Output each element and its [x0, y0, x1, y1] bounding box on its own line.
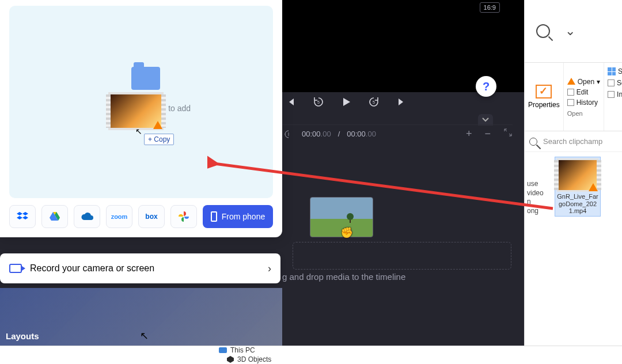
3d-objects-icon [227, 356, 234, 363]
edit-icon [567, 89, 574, 96]
source-google-photos[interactable] [170, 205, 197, 228]
mouse-cursor-icon: ↖ [140, 329, 149, 342]
record-camera-screen-button[interactable]: Record your camera or screen › [0, 253, 280, 283]
source-zoom[interactable]: zoom [106, 205, 132, 228]
chevron-down-icon [482, 117, 489, 122]
grab-cursor-icon: ✊ [340, 226, 353, 239]
ribbon-properties-label: Properties [528, 101, 560, 109]
fit-timeline-button[interactable] [503, 128, 513, 140]
time-total: 00:00.00 [347, 130, 376, 138]
select-all-icon [608, 67, 616, 75]
ribbon-select-group: Sele Sele Inve [604, 63, 622, 131]
file-grid: use video n ong GnR_Live_FargoDome_2021.… [525, 152, 622, 221]
search-icon [529, 138, 537, 146]
explorer-ribbon: Properties Open ▾ Edit History Open Sele… [525, 62, 622, 131]
chevron-down-icon[interactable]: ⌄ [565, 24, 575, 39]
play-button[interactable] [340, 96, 352, 108]
layouts-label: Layouts [6, 331, 39, 341]
expand-panel-button[interactable] [478, 114, 493, 126]
from-phone-button[interactable]: From phone [203, 205, 273, 228]
skip-end-button[interactable] [395, 96, 408, 108]
aspect-ratio-badge[interactable]: 16:9 [480, 2, 500, 13]
from-phone-label: From phone [222, 212, 265, 221]
source-box[interactable]: box [138, 205, 165, 228]
file-name: GnR_Live_FargoDome_2021.mp4 [556, 193, 599, 215]
ribbon-group-open: Open [567, 108, 583, 117]
ribbon-select-none[interactable]: Sele [608, 78, 622, 88]
timeline-toolbar: 00:00.00 / 00:00.00 + − [282, 124, 513, 141]
explorer-header: ⌄ [525, 0, 622, 62]
file-item-partial[interactable]: use video n ong [527, 157, 550, 217]
file-item-selected[interactable]: GnR_Live_FargoDome_2021.mp4 [555, 157, 601, 217]
rewind-5-button[interactable]: 5 [312, 96, 325, 108]
search-placeholder: Search clipchamp [543, 137, 602, 146]
svg-point-3 [347, 213, 354, 220]
timeline[interactable]: ✊ [282, 167, 513, 288]
search-icon[interactable] [536, 24, 550, 38]
this-pc-icon [219, 347, 227, 353]
tree-icon [347, 213, 352, 223]
camera-icon [9, 264, 22, 273]
ribbon-open[interactable]: Open ▾ [567, 77, 600, 87]
folder-icon [131, 67, 160, 90]
phone-icon [211, 211, 217, 222]
dropdown-caret-icon: ▾ [597, 78, 600, 86]
vlc-icon [153, 121, 162, 129]
timeline-drop-track[interactable] [293, 242, 511, 270]
time-separator: / [338, 130, 340, 138]
mouse-cursor-icon: ↖ [135, 127, 142, 136]
source-google-drive[interactable] [41, 205, 68, 228]
zoom-in-button[interactable]: + [466, 128, 472, 140]
forward-5-button[interactable]: 5 [367, 96, 380, 108]
ribbon-edit[interactable]: Edit [567, 87, 589, 97]
media-drop-zone[interactable]: Drop media here to add ↖ + Copy [9, 6, 273, 198]
ribbon-history[interactable]: History [567, 97, 598, 108]
explorer-nav-tree-fragment: This PC 3D Objects [0, 346, 622, 364]
skip-start-button[interactable] [285, 96, 297, 108]
select-none-icon [608, 79, 615, 86]
audio-toggle-icon[interactable] [282, 128, 295, 141]
source-onedrive[interactable] [74, 205, 100, 228]
timeline-hint-text: g and drop media to the timeline [282, 272, 405, 282]
playback-controls: 5 5 [285, 96, 408, 108]
history-icon [567, 99, 574, 106]
import-sources: zoom box From phone [0, 205, 282, 237]
svg-text:5: 5 [373, 100, 375, 104]
time-current: 00:00.00 [302, 130, 331, 138]
drag-copy-chip: + Copy [144, 134, 174, 145]
layouts-section[interactable]: Layouts ↖ [0, 288, 282, 346]
zoom-out-button[interactable]: − [484, 128, 491, 140]
svg-text:5: 5 [317, 100, 320, 104]
dragged-file-thumbnail [108, 92, 164, 130]
help-button[interactable]: ? [476, 76, 496, 97]
ribbon-select-all[interactable]: Sele [608, 66, 622, 77]
ribbon-properties[interactable]: Properties [525, 63, 564, 131]
properties-icon [536, 85, 552, 98]
invert-icon [608, 91, 615, 98]
explorer-search[interactable]: Search clipchamp [525, 131, 622, 152]
chevron-right-icon: › [268, 263, 271, 275]
media-import-panel: Drop media here to add ↖ + Copy zoom box… [0, 0, 282, 237]
vlc-icon [589, 183, 598, 191]
ribbon-invert-selection[interactable]: Inve [608, 89, 622, 100]
file-thumbnail [557, 158, 598, 192]
source-dropbox[interactable] [9, 205, 36, 228]
record-label: Record your camera or screen [30, 263, 154, 274]
nav-this-pc[interactable]: This PC 3D Objects [0, 346, 271, 364]
timeline-clip-placeholder[interactable]: ✊ [310, 197, 373, 237]
file-explorer: ⌄ Properties Open ▾ Edit History Open Se… [524, 0, 622, 364]
vlc-icon [567, 78, 575, 85]
ribbon-open-group: Open ▾ Edit History Open [564, 63, 604, 131]
